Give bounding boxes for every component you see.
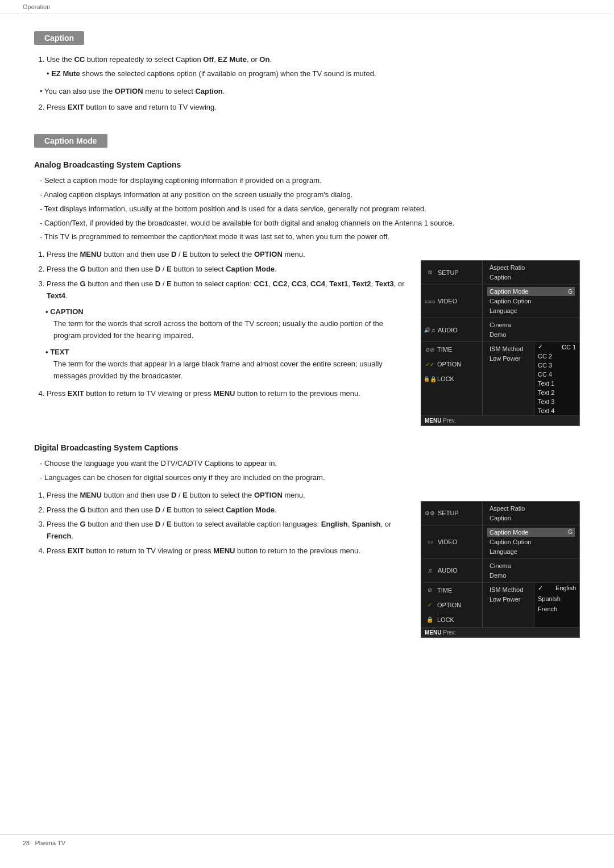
caption-title: Caption [44,34,74,43]
breadcrumb-text: Operation [23,3,50,10]
dtv-lock-label: LOCK [437,616,454,623]
dtv-time-label: TIME [437,587,452,594]
dtv-right-video: Caption ModeG Caption Option Language [483,525,579,558]
cinema-item: Cinema [487,320,575,329]
tv-menu-row-time: ⊘ TIME ✓ OPTION 🔒 LOCK [421,342,579,416]
dtv-cinema-item: Cinema [487,561,575,570]
dtv-video-label: VIDEO [438,539,457,545]
dtv-demo-item: Demo [487,571,575,580]
dtv-caption-mode-item: Caption ModeG [487,528,575,537]
text3-item: Text 3 [534,397,579,406]
digital-tv-menu: ⚙ SETUP Aspect Ratio Caption [421,501,580,638]
caption-step-2: Press EXIT button to save and return to … [47,102,580,114]
digital-dash-2: Languages can be chosen for digital sour… [40,472,580,484]
demo-item: Demo [487,330,575,339]
analog-steps-list: Press the MENU button and then use D / E… [47,249,409,302]
footer: 28 Plasma TV [0,834,614,851]
analog-step4-list: Press EXIT button to return to TV viewin… [47,388,409,400]
digital-step-4: Press EXIT button to return to TV viewin… [47,545,409,557]
tv-left-setup: SETUP [421,261,483,284]
english-item: English [534,583,579,594]
french-item: French [534,604,579,614]
analog-dash-list: Select a caption mode for displaying cap… [40,175,580,243]
video-icon: ▭ [425,296,435,306]
digital-steps-list: Press the MENU button and then use D / E… [47,490,409,557]
analog-tv-menu: SETUP Aspect Ratio Caption ▭ [421,260,580,426]
text1-item: Text 1 [534,379,579,388]
dtv-left-video: ▭ VIDEO [421,525,483,558]
caption-mode-item: Caption ModeG [487,287,575,296]
analog-dash-5: This TV is programmed to remember the ca… [40,231,580,243]
option-label: OPTION [437,361,461,368]
dtv-video-icon: ▭ [425,537,435,547]
dtv-left-setup: ⚙ SETUP [421,502,483,525]
cc-sub-list: CC 1 CC 2 CC 3 CC 4 Text 1 Text 2 Text 3… [534,342,579,415]
lock-label: LOCK [437,375,454,382]
caption-term-title: CAPTION [45,307,409,316]
dtv-right-setup: Aspect Ratio Caption [483,502,579,525]
tv-menu-row-video: ▭ VIDEO Caption ModeG Caption Option Lan… [421,285,579,318]
analog-step-2: Press the G button and then use D / E bu… [47,264,409,276]
analog-dash-3: Text displays information, usually at th… [40,203,580,215]
dtv-left-audio: ♬ AUDIO [421,559,483,582]
dtv-option-icon: ✓ [425,600,435,610]
analog-menu-screenshot: SETUP Aspect Ratio Caption ▭ [421,260,580,426]
audio-icon: ♬ [425,325,435,335]
dtv-low-power-item: Low Power [487,595,529,604]
caption-sub-bullets: EZ Mute shows the selected captions opti… [47,68,580,80]
dtv-aspect-ratio-item: Aspect Ratio [487,504,575,513]
dtv-time-icon: ⊘ [425,585,435,595]
option-icon: ✓ [425,359,435,369]
caption-mode-section: Caption Mode Analog Broadcasting System … [34,134,580,638]
analog-dash-2: Analog caption displays information at a… [40,189,580,201]
text-term-title: TEXT [45,348,409,356]
tv-right-time: ISM Method Low Power [483,342,534,415]
digital-dash-1: Choose the language you want the DTV/CAD… [40,458,580,470]
off-bold: Off [203,55,214,64]
text2-item: Text 2 [534,388,579,397]
lock-icon: 🔒 [425,374,435,384]
digital-dash-list: Choose the language you want the DTV/CAD… [40,458,580,484]
tv-left-time: ⊘ TIME ✓ OPTION 🔒 LOCK [421,342,483,415]
ism-item: ISM Method [487,344,529,353]
audio-label: AUDIO [438,327,458,333]
analog-heading: Analog Broadcasting System Captions [34,160,580,169]
cc-bold: CC [74,55,85,64]
caption-steps-list: Use the CC button repeatedly to select C… [47,54,580,80]
spanish-item: Spanish [534,594,579,604]
page-number: 28 [23,840,30,846]
analog-step-4: Press EXIT button to return to TV viewin… [47,388,409,400]
dtv-caption-item: Caption [487,514,575,523]
main-content: Caption Use the CC button repeatedly to … [0,14,614,704]
text-term-block: TEXT The term for the words that appear … [45,348,409,382]
dtv-left-time: ⊘ TIME ✓ OPTION 🔒 LOCK [421,583,483,627]
digital-step-1: Press the MENU button and then use D / E… [47,490,409,502]
digital-menu-screenshot: ⚙ SETUP Aspect Ratio Caption [421,501,580,638]
dtv-option-label: OPTION [437,602,461,608]
dtv-audio-icon: ♬ [425,565,435,575]
caption-section: Caption Use the CC button repeatedly to … [34,31,580,114]
lang-sub-list: English Spanish French [534,583,579,627]
analog-dash-4: Caption/Text, if provided by the broadca… [40,218,580,229]
tv-left-video: ▭ VIDEO [421,285,483,318]
cc3-item: CC 3 [534,361,579,370]
analog-section: Analog Broadcasting System Captions Sele… [34,160,580,426]
dtv-setup-icon: ⚙ [425,508,435,518]
analog-step-1: Press the MENU button and then use D / E… [47,249,409,261]
digital-content-with-menu: Press the MENU button and then use D / E… [34,490,580,638]
tv-left-audio: ♬ AUDIO [421,318,483,341]
option-note: You can also use the OPTION menu to sele… [40,86,580,98]
dtv-audio-label: AUDIO [438,567,458,574]
caption-mode-header: Caption Mode [34,134,107,148]
time-icon: ⊘ [425,344,435,354]
analog-dash-1: Select a caption mode for displaying cap… [40,175,580,187]
aspect-ratio-item: Aspect Ratio [487,263,575,272]
caption-option-item: Caption Option [487,297,575,306]
analog-menu-bottom-bar: MENU Prev. [421,416,579,425]
text4-item: Text 4 [534,406,579,415]
dtv-language-item: Language [487,547,575,556]
caption-step-1: Use the CC button repeatedly to select C… [47,54,580,80]
dtv-menu-row-setup: ⚙ SETUP Aspect Ratio Caption [421,502,579,525]
ezmute-bullet: EZ Mute shows the selected captions opti… [47,68,580,80]
menu-bottom-text: MENU Prev. [425,418,456,424]
